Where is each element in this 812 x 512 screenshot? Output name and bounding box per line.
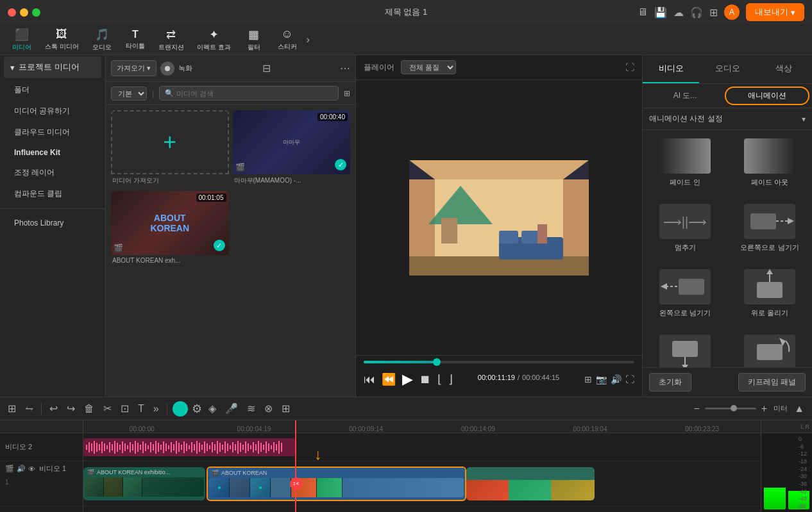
playhead[interactable]: [295, 420, 296, 512]
expand-button[interactable]: ⛶: [625, 374, 634, 384]
anim-fade-out[interactable]: 페이드 아웃: [727, 130, 812, 195]
svg-rect-47: [114, 441, 115, 454]
quality-select[interactable]: 전체 품질: [401, 60, 456, 74]
toolbar-item-effects[interactable]: ✦ 이펙트 효과: [190, 25, 237, 54]
track-video1[interactable]: 🎬 ABOUT KOREAN exhibitio... 🎬: [83, 461, 761, 506]
anim-fade-in[interactable]: 페이드 인: [643, 130, 727, 195]
zoom-in-button[interactable]: +: [759, 402, 770, 416]
more-button[interactable]: »: [151, 402, 162, 416]
options-button[interactable]: ⋯: [340, 62, 350, 74]
cut-button[interactable]: ✂: [101, 401, 114, 416]
save-icon[interactable]: 💾: [654, 6, 667, 19]
stop-button[interactable]: ⏹: [419, 373, 431, 386]
svg-rect-74: [183, 442, 185, 453]
mic-button[interactable]: 🎤: [223, 401, 241, 416]
mark-out-button[interactable]: ⌋: [448, 372, 453, 386]
zoom-slider[interactable]: [705, 408, 756, 409]
skip-back-button[interactable]: ⏮: [364, 373, 375, 386]
avatar[interactable]: A: [724, 4, 740, 20]
tab-audio[interactable]: 오디오: [699, 55, 756, 83]
sidebar-item-influence-kit[interactable]: Influence Kit: [4, 144, 101, 161]
sidebar-item-folder[interactable]: 폴더: [4, 80, 101, 100]
text-button[interactable]: T: [135, 402, 147, 416]
toolbar-item-transition[interactable]: ⇄ 트랜지션: [152, 25, 190, 54]
filter-select[interactable]: 기본: [111, 87, 147, 101]
preset-arrow-icon[interactable]: ▾: [802, 115, 806, 124]
grid-icon[interactable]: ⊞: [709, 6, 718, 19]
screenshot-button[interactable]: 📷: [596, 374, 607, 384]
timeline-ruler: 00:00:00 00:00:04:19 00:00:09:14 00:00:1…: [83, 420, 761, 433]
toolbar-item-sticker[interactable]: ☺ 스티커: [271, 25, 304, 54]
clip-remaining[interactable]: [466, 467, 595, 500]
frame-back-button[interactable]: ⏪: [382, 372, 396, 386]
svg-rect-80: [199, 443, 200, 452]
import-button[interactable]: 가져오기 ▾: [111, 60, 156, 76]
clip-audio-1[interactable]: [83, 438, 295, 456]
ripple-button[interactable]: ⥊: [22, 401, 36, 416]
clip-highlighted[interactable]: 🎬 ABOUT KOREAN ✂: [207, 467, 466, 501]
anim-slide-right[interactable]: 오른쪽으로 넘기기: [727, 195, 812, 261]
delete-button[interactable]: 🗑: [81, 402, 97, 416]
progress-bar[interactable]: [364, 361, 634, 363]
copy-button[interactable]: ⊞: [279, 401, 292, 416]
search-input[interactable]: [176, 90, 333, 97]
sidebar-project-media[interactable]: ▾ 프로젝트 미디어: [4, 56, 101, 78]
timeline-tracks[interactable]: 00:00:00 00:00:04:19 00:00:09:14 00:00:1…: [83, 420, 761, 512]
snap-button[interactable]: ⊞: [5, 401, 19, 416]
anim-stop[interactable]: ⟶||⟶ 멈추기: [643, 195, 727, 261]
media-item-mamamoo[interactable]: 마마무 00:00:40 ✓ 🎬 마마무(MAMAMOO) -...: [233, 110, 351, 187]
filter-icon[interactable]: ⊞: [344, 89, 350, 98]
anim-slide-up[interactable]: 위로 올리기: [727, 261, 812, 326]
sidebar-item-cloud[interactable]: 클라우드 미디어: [4, 122, 101, 142]
toolbar-item-filter[interactable]: ▦ 필터: [237, 25, 271, 54]
toolbar-item-stock[interactable]: 🖼 스톡 미디어: [38, 25, 85, 54]
toolbar-item-audio[interactable]: 🎵 오디오: [85, 25, 119, 54]
close-button[interactable]: [8, 8, 16, 17]
speed-button[interactable]: ≋: [244, 401, 258, 416]
toolbar-expand-icon[interactable]: ›: [307, 34, 310, 45]
tab-color[interactable]: 색상: [756, 55, 812, 83]
volume-button[interactable]: 🔊: [611, 374, 622, 384]
tab-animation[interactable]: 애니메이션: [725, 87, 809, 105]
toolbar-item-title[interactable]: T 타이틀: [119, 26, 152, 53]
anim-slide-down[interactable]: 아래로 내리기: [643, 326, 727, 367]
sidebar-item-compound[interactable]: 컴파운드 클립: [4, 184, 101, 204]
tab-video[interactable]: 비디오: [643, 55, 699, 83]
sidebar-item-photos-library[interactable]: Photos Library: [4, 213, 101, 233]
keyframe-button[interactable]: 키프레임 패널: [738, 373, 806, 392]
media-add-label: 미디어 가져오기: [111, 174, 229, 187]
maximize-button[interactable]: [32, 8, 40, 17]
mark-in-button[interactable]: ⌊: [437, 372, 442, 386]
headphone-icon[interactable]: 🎧: [690, 6, 703, 19]
clip-about-korean-1[interactable]: 🎬 ABOUT KOREAN exhibitio...: [83, 467, 205, 500]
more-button[interactable]: ⊟: [262, 62, 271, 74]
zoom-out-button[interactable]: −: [691, 402, 702, 416]
upload-icon[interactable]: ☁: [673, 6, 684, 19]
sidebar-item-adjustment[interactable]: 조정 레이어: [4, 163, 101, 183]
export-button[interactable]: 내보내기 ▾: [746, 3, 804, 21]
minimize-button[interactable]: [20, 8, 28, 17]
redo-button[interactable]: ↪: [64, 401, 78, 416]
track-video2[interactable]: [83, 433, 761, 461]
anim-rotate-in[interactable]: 회전 들어가기: [727, 326, 812, 367]
undo-button[interactable]: ↩: [47, 401, 60, 416]
mark-button[interactable]: ◈: [206, 401, 219, 416]
settings-button[interactable]: ⚙: [192, 402, 202, 416]
meter-expand-icon[interactable]: ▲: [791, 402, 807, 416]
reset-button[interactable]: 초기화: [649, 373, 691, 392]
monitor-icon[interactable]: 🖥: [638, 6, 648, 18]
toolbar-item-media[interactable]: ⬛ 미디어: [5, 25, 38, 54]
svg-rect-91: [227, 443, 228, 451]
play-button[interactable]: ▶: [402, 371, 413, 388]
add-track-button[interactable]: [173, 401, 188, 417]
media-item-korean[interactable]: ABOUTKOREAN 00:01:05 ✓ 🎬 ABOUT KOREAN ex…: [111, 191, 229, 266]
sidebar-item-share[interactable]: 미디어 공유하기: [4, 101, 101, 121]
anim-slide-left[interactable]: 왼쪽으로 넘기기: [643, 261, 727, 326]
split-button[interactable]: ⊗: [262, 401, 275, 416]
record-button[interactable]: [160, 62, 174, 76]
add-marker-button[interactable]: ⊞: [584, 374, 592, 384]
fullscreen-icon[interactable]: ⛶: [625, 62, 634, 72]
crop-button[interactable]: ⊡: [118, 401, 131, 416]
media-item-add[interactable]: + 미디어 가져오기: [111, 110, 229, 187]
tab-ai[interactable]: AI 도...: [645, 87, 725, 105]
